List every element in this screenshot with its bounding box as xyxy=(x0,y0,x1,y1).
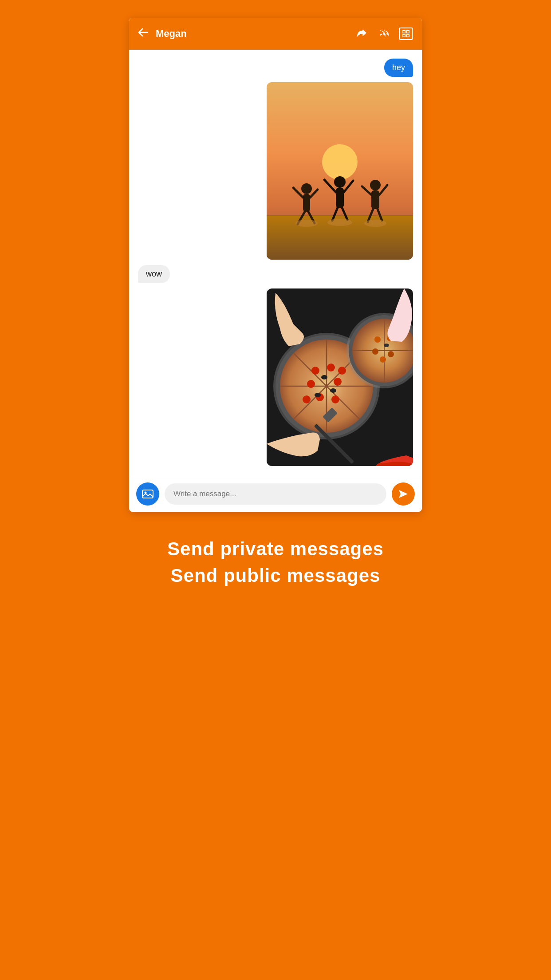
svg-point-5 xyxy=(322,144,358,180)
svg-point-39 xyxy=(307,380,315,388)
promo-line-2: Send public messages xyxy=(167,565,384,586)
svg-point-55 xyxy=(372,348,378,355)
svg-point-37 xyxy=(311,367,319,375)
sent-image-pizza[interactable] xyxy=(267,288,413,466)
svg-point-8 xyxy=(301,183,312,194)
svg-rect-15 xyxy=(336,188,344,208)
svg-rect-2 xyxy=(403,35,405,37)
forward-icon-2[interactable] xyxy=(378,28,390,40)
svg-rect-1 xyxy=(407,31,409,33)
svg-point-20 xyxy=(370,180,381,190)
svg-rect-21 xyxy=(371,190,379,209)
message-row-image-pizza xyxy=(138,288,413,466)
svg-point-40 xyxy=(334,378,342,386)
svg-point-27 xyxy=(327,219,352,226)
svg-point-46 xyxy=(330,388,336,393)
back-button[interactable] xyxy=(138,28,149,40)
message-row: hey xyxy=(138,59,413,77)
svg-point-38 xyxy=(327,364,335,371)
message-input-bar xyxy=(129,476,422,512)
send-button[interactable] xyxy=(392,482,415,506)
svg-point-58 xyxy=(384,344,389,347)
svg-point-28 xyxy=(364,220,386,227)
svg-point-14 xyxy=(334,176,346,188)
svg-point-57 xyxy=(380,356,386,363)
svg-rect-0 xyxy=(403,31,405,33)
chat-title: Megan xyxy=(156,28,356,40)
svg-rect-61 xyxy=(142,490,153,498)
svg-point-47 xyxy=(315,393,321,397)
header-actions xyxy=(356,28,413,40)
phone-frame: Megan xyxy=(129,18,422,512)
svg-point-43 xyxy=(303,395,311,403)
forward-icon-1[interactable] xyxy=(356,28,369,40)
svg-point-42 xyxy=(331,395,339,403)
chat-header: Megan xyxy=(129,18,422,50)
promo-line-1: Send private messages xyxy=(167,538,384,560)
message-row-wow: wow xyxy=(138,265,413,283)
chat-messages: hey xyxy=(129,50,422,476)
image-attach-button[interactable] xyxy=(136,482,159,506)
svg-point-53 xyxy=(374,336,381,343)
svg-point-56 xyxy=(388,351,394,357)
promo-text-block: Send private messages Send public messag… xyxy=(167,538,384,586)
message-text-input[interactable] xyxy=(165,483,386,505)
received-bubble: wow xyxy=(138,265,170,283)
sent-bubble: hey xyxy=(384,59,413,77)
svg-point-26 xyxy=(295,220,318,227)
svg-point-45 xyxy=(321,375,327,379)
sent-image-beach[interactable] xyxy=(267,82,413,260)
svg-rect-9 xyxy=(303,194,310,212)
menu-grid-button[interactable] xyxy=(399,28,413,40)
svg-point-44 xyxy=(338,367,346,375)
message-row-image-beach xyxy=(138,82,413,260)
svg-rect-3 xyxy=(407,35,409,37)
